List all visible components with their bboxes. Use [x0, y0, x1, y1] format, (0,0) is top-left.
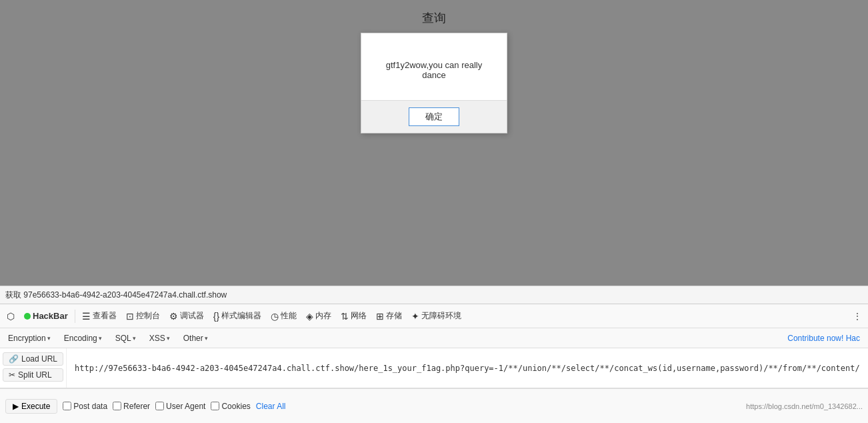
- toolbar-separator-1: [75, 310, 75, 323]
- toolbar-memory[interactable]: ◈ 内存: [302, 308, 335, 324]
- sql-arrow: ▾: [133, 335, 136, 342]
- performance-icon: ◷: [271, 311, 279, 322]
- load-url-label: Load URL: [21, 354, 57, 364]
- user-agent-checkbox[interactable]: [155, 402, 164, 410]
- split-url-button[interactable]: ✂ Split URL: [3, 368, 63, 382]
- execute-label: Execute: [21, 402, 50, 411]
- cookies-checkbox-item[interactable]: Cookies: [211, 402, 250, 411]
- storage-icon: ⊞: [376, 311, 384, 322]
- user-agent-label: User Agent: [166, 402, 205, 411]
- toolbar-console[interactable]: ⊡ 控制台: [122, 308, 164, 324]
- viewer-icon: ☰: [82, 311, 91, 322]
- toolbar-console-label: 控制台: [136, 310, 160, 322]
- load-url-button[interactable]: 🔗 Load URL: [3, 352, 63, 366]
- other-arrow: ▾: [205, 335, 208, 342]
- toolbar-accessibility[interactable]: ✦ 无障碍环境: [407, 308, 465, 324]
- memory-icon: ◈: [306, 311, 313, 322]
- menu-xss[interactable]: XSS ▾: [144, 332, 175, 345]
- referer-checkbox[interactable]: [113, 402, 121, 410]
- menu-encoding[interactable]: Encoding ▾: [59, 332, 107, 345]
- toolbar-network-label: 网络: [351, 310, 367, 322]
- clear-all-label: Clear All: [256, 402, 286, 411]
- debugger-icon: ⚙: [169, 311, 178, 322]
- toolbar-accessibility-label: 无障碍环境: [421, 310, 461, 322]
- referer-label: Referer: [123, 402, 150, 411]
- hackbar-logo: HackBar: [20, 309, 72, 323]
- cookies-checkbox[interactable]: [211, 402, 219, 410]
- xss-arrow: ▾: [167, 335, 170, 342]
- post-data-checkbox[interactable]: [63, 402, 71, 410]
- split-url-icon: ✂: [9, 370, 15, 380]
- menu-encryption[interactable]: Encryption ▾: [3, 332, 56, 345]
- other-label: Other: [183, 334, 203, 343]
- url-area: 🔗 Load URL ✂ Split URL: [0, 348, 868, 388]
- toolbar-viewer-label: 查看器: [93, 310, 117, 322]
- menu-bar: Encryption ▾ Encoding ▾ SQL ▾ XSS ▾ Othe…: [0, 328, 868, 348]
- console-icon: ⊡: [126, 311, 134, 322]
- menu-other[interactable]: Other ▾: [178, 332, 213, 345]
- post-data-checkbox-item[interactable]: Post data: [63, 402, 107, 411]
- address-bar-text: 获取 97e56633-b4a6-4942-a203-4045e47247a4.…: [5, 290, 227, 301]
- status-link: https://blog.csdn.net/m0_1342682...: [746, 402, 863, 410]
- dialog-footer: 确定: [361, 100, 507, 133]
- toolbar-right-area: ⋮: [849, 310, 865, 323]
- encoding-label: Encoding: [64, 334, 97, 343]
- toolbar-performance-label: 性能: [281, 310, 297, 322]
- dialog-overlay: 查询 gtf1y2wow,you can really dance 确定: [0, 0, 868, 287]
- load-url-icon: 🔗: [9, 354, 19, 364]
- dialog-box: gtf1y2wow,you can really dance 确定: [361, 33, 507, 133]
- contribute-link[interactable]: Contribute now! Hac: [787, 334, 865, 343]
- toolbar-debugger[interactable]: ⚙ 调试器: [165, 308, 208, 324]
- toolbar-storage[interactable]: ⊞ 存储: [372, 308, 406, 324]
- dialog-confirm-button[interactable]: 确定: [409, 107, 459, 126]
- referer-checkbox-item[interactable]: Referer: [113, 402, 150, 411]
- toolbar-more-button[interactable]: ⋮: [849, 310, 865, 323]
- user-agent-checkbox-item[interactable]: User Agent: [155, 402, 205, 411]
- sql-label: SQL: [115, 334, 131, 343]
- bottom-bar: ▶ Execute Post data Referer User Agent C…: [0, 388, 868, 423]
- cookies-label: Cookies: [221, 402, 250, 411]
- toolbar-storage-label: 存储: [386, 310, 402, 322]
- hackbar-label: HackBar: [33, 311, 68, 321]
- menu-sql[interactable]: SQL ▾: [110, 332, 141, 345]
- dialog-title: 查询: [422, 10, 446, 26]
- url-buttons: 🔗 Load URL ✂ Split URL: [0, 348, 67, 388]
- toolbar-viewer[interactable]: ☰ 查看器: [78, 308, 121, 324]
- clear-all-link[interactable]: Clear All: [256, 402, 286, 411]
- split-url-label: Split URL: [18, 370, 52, 380]
- toolbar-style-editor[interactable]: {} 样式编辑器: [209, 308, 265, 324]
- more-icon: ⋮: [853, 312, 861, 321]
- style-editor-icon: {}: [213, 311, 219, 322]
- toolbar-debugger-label: 调试器: [180, 310, 204, 322]
- hackbar-status-dot: [24, 313, 31, 320]
- toolbar-performance[interactable]: ◷ 性能: [267, 308, 301, 324]
- dialog-message: gtf1y2wow,you can really dance: [361, 33, 507, 100]
- encryption-label: Encryption: [8, 334, 46, 343]
- accessibility-icon: ✦: [411, 311, 419, 322]
- execute-button[interactable]: ▶ Execute: [5, 399, 57, 414]
- post-data-label: Post data: [73, 402, 107, 411]
- toolbar-style-editor-label: 样式编辑器: [221, 310, 261, 322]
- execute-icon: ▶: [13, 402, 19, 411]
- toolbar-browser-icon[interactable]: ⬡: [3, 309, 19, 324]
- url-input[interactable]: [67, 348, 868, 388]
- encoding-arrow: ▾: [99, 335, 102, 342]
- encryption-arrow: ▾: [47, 335, 51, 342]
- hackbar-toolbar: ⬡ HackBar ☰ 查看器 ⊡ 控制台 ⚙ 调试器 {} 样式编辑器 ◷ 性…: [0, 304, 868, 328]
- toolbar-memory-label: 内存: [315, 310, 331, 322]
- address-bar: 获取 97e56633-b4a6-4942-a203-4045e47247a4.…: [0, 286, 868, 304]
- toolbar-network[interactable]: ⇅ 网络: [337, 308, 371, 324]
- browser-icon: ⬡: [7, 311, 15, 322]
- xss-label: XSS: [149, 334, 165, 343]
- network-icon: ⇅: [341, 311, 349, 322]
